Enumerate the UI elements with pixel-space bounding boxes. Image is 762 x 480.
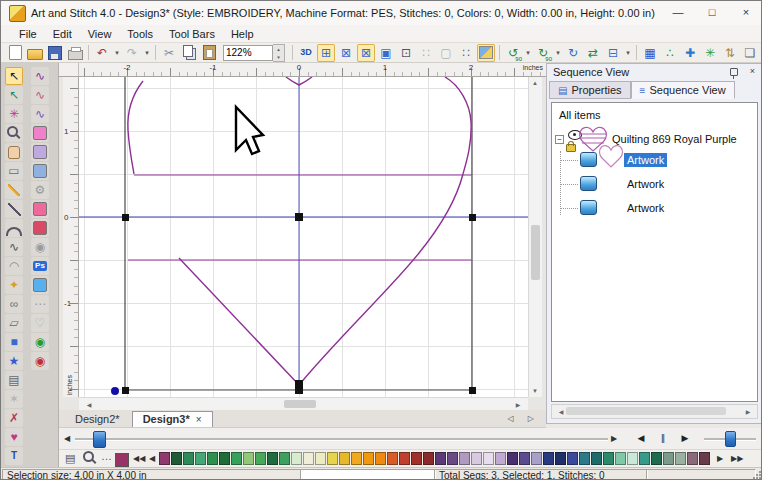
menu-file[interactable]: File: [11, 25, 45, 43]
redo-dropdown[interactable]: ▾: [143, 44, 151, 62]
copy-button[interactable]: [180, 44, 198, 62]
scroll-up-button[interactable]: ▲: [529, 80, 541, 86]
artwork-thumbnail-3[interactable]: [580, 200, 597, 215]
scroll-down-button[interactable]: ▼: [529, 388, 541, 394]
menu-edit[interactable]: Edit: [45, 25, 80, 43]
panel-scroll-thumb[interactable]: [566, 407, 726, 415]
artwork-swatch[interactable]: [31, 276, 49, 294]
zoom-level-input[interactable]: [223, 45, 273, 61]
motif-stitch-tool-1[interactable]: ∿: [31, 86, 49, 104]
tree-item-label-3[interactable]: Artwork: [624, 201, 667, 215]
slider-left-button[interactable]: ◀: [64, 434, 70, 443]
gear-swatch[interactable]: ⚙: [31, 181, 49, 199]
cut-button[interactable]: ✂: [160, 44, 178, 62]
palette-last-button[interactable]: ▶▶: [731, 454, 743, 463]
tab-design3[interactable]: Design3* ×: [132, 411, 213, 427]
palette-swatch-14[interactable]: [315, 452, 326, 465]
rotate-cw-90-button[interactable]: ↻90: [534, 44, 552, 62]
redo-button[interactable]: ↷: [123, 44, 141, 62]
palette-swatch-8[interactable]: [243, 452, 254, 465]
empty-box-button[interactable]: ▢: [437, 44, 455, 62]
artwork-thumbnail-2[interactable]: [580, 176, 597, 191]
palette-swatch-24[interactable]: [435, 452, 446, 465]
freehand-line-tool[interactable]: ∿: [31, 67, 49, 85]
stipple-tool[interactable]: ✳: [5, 105, 23, 123]
curve-tool[interactable]: ∿: [5, 238, 23, 256]
palette-swatch-42[interactable]: [651, 452, 662, 465]
collapse-icon[interactable]: −: [555, 135, 564, 144]
palette-swatch-45[interactable]: [687, 452, 698, 465]
palette-swatch-2[interactable]: [171, 452, 182, 465]
thread-search-icon[interactable]: [83, 452, 97, 464]
stencil-swatch[interactable]: ◉: [31, 238, 49, 256]
block-grid-button[interactable]: ▦: [641, 44, 659, 62]
palette-swatch-26[interactable]: [459, 452, 470, 465]
edit-object-tool[interactable]: ↖: [5, 86, 23, 104]
undo-dropdown[interactable]: ▾: [113, 44, 121, 62]
vertical-scroll-thumb[interactable]: [531, 225, 540, 280]
heart-outline-swatch[interactable]: ♡: [31, 314, 49, 332]
more-dots[interactable]: ⋯: [31, 295, 49, 313]
stitch-slider-thumb[interactable]: [93, 431, 106, 448]
grid-toggle[interactable]: ⊞: [317, 44, 335, 62]
polygon-tool[interactable]: ▱: [5, 314, 23, 332]
text-tool[interactable]: T: [5, 447, 23, 465]
zoom-spinner[interactable]: ▴▾: [273, 44, 285, 62]
playback-back-button[interactable]: ◀: [632, 430, 650, 447]
save-button[interactable]: [46, 44, 64, 62]
palette-swatch-21[interactable]: [399, 452, 410, 465]
palette-swatch-31[interactable]: [519, 452, 530, 465]
zoom-level-combo[interactable]: ▴▾: [223, 45, 285, 61]
palette-swatch-12[interactable]: [291, 452, 302, 465]
oval-tool[interactable]: ◠: [5, 257, 23, 275]
artwork-heart-outline[interactable]: [128, 77, 471, 385]
link-tool[interactable]: ∞: [5, 295, 23, 313]
notes-tool[interactable]: ▤: [5, 371, 23, 389]
palette-swatch-4[interactable]: [195, 452, 206, 465]
tree-item-artwork-2[interactable]: Artwork: [552, 173, 757, 197]
machine-dropdown[interactable]: ▾: [624, 44, 632, 62]
pencil-tool[interactable]: [5, 181, 23, 199]
more-colors-button[interactable]: …: [101, 450, 112, 462]
palette-swatch-43[interactable]: [663, 452, 674, 465]
palette-swatch-15[interactable]: [327, 452, 338, 465]
menu-help[interactable]: Help: [223, 25, 262, 43]
palette-swatch-32[interactable]: [531, 452, 542, 465]
design-canvas[interactable]: [79, 77, 528, 397]
speed-slider-thumb[interactable]: [725, 431, 736, 447]
tree-item-artwork-3[interactable]: Artwork: [552, 197, 757, 221]
palette-prev-button[interactable]: ◀: [149, 454, 155, 463]
tab-scroll-arrows[interactable]: ◁ ▷: [507, 414, 540, 423]
status-input-box[interactable]: [300, 469, 436, 480]
tab-design2[interactable]: Design2*: [65, 412, 130, 427]
pattern-swatch-2[interactable]: [31, 162, 49, 180]
resize-grip[interactable]: [752, 470, 761, 479]
spin-down-icon[interactable]: ▾: [273, 53, 284, 61]
palette-swatch-33[interactable]: [543, 452, 554, 465]
palette-swatch-13[interactable]: [303, 452, 314, 465]
multi-view-button[interactable]: ∷: [457, 44, 475, 62]
measure-tool[interactable]: ▭: [5, 162, 23, 180]
palette-swatch-44[interactable]: [675, 452, 686, 465]
backdrop-button[interactable]: [477, 44, 495, 62]
start-point-marker[interactable]: [111, 387, 119, 395]
playback-forward-button[interactable]: ▶: [676, 430, 694, 447]
palette-swatch-23[interactable]: [423, 452, 434, 465]
palette-swatch-40[interactable]: [627, 452, 638, 465]
swirl-tool[interactable]: ✦: [5, 276, 23, 294]
palette-swatch-1[interactable]: [159, 452, 170, 465]
monogram-tool[interactable]: ♥: [5, 428, 23, 446]
palette-swatch-36[interactable]: [579, 452, 590, 465]
palette-swatch-17[interactable]: [351, 452, 362, 465]
palette-swatch-37[interactable]: [591, 452, 602, 465]
maximize-button[interactable]: □: [695, 1, 729, 24]
panel-horizontal-scrollbar[interactable]: ◀ ▶: [551, 404, 758, 419]
rotate-cw-dropdown[interactable]: ▾: [554, 44, 562, 62]
flip-button[interactable]: ⇄: [584, 44, 602, 62]
palette-swatch-39[interactable]: [615, 452, 626, 465]
refresh-button[interactable]: ↻: [564, 44, 582, 62]
palette-swatch-11[interactable]: [279, 452, 290, 465]
tree-item-label-1[interactable]: Artwork: [624, 153, 667, 167]
3d-view-button[interactable]: 3D: [297, 44, 315, 62]
menu-tool-bars[interactable]: Tool Bars: [161, 25, 223, 43]
